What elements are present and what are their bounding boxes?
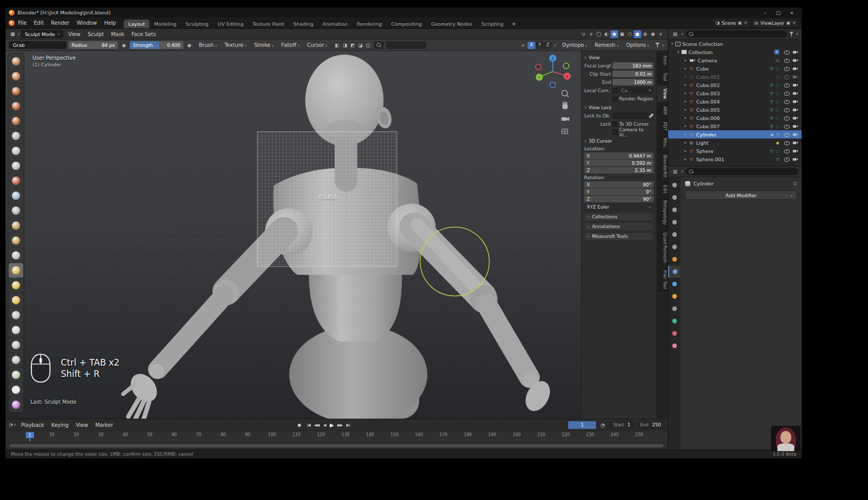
panel-collections[interactable]: ›Collections: [584, 213, 654, 221]
npanel-tab-misc[interactable]: Misc: [657, 135, 668, 151]
disable-in-renders-toggle[interactable]: [793, 82, 799, 88]
local-camera-checkbox[interactable]: [612, 88, 618, 93]
disable-in-renders-toggle[interactable]: [793, 91, 799, 96]
maximize-button[interactable]: □: [772, 10, 785, 15]
tool-fill[interactable]: [9, 218, 23, 233]
disable-in-renders-toggle[interactable]: [793, 148, 799, 154]
menu-options[interactable]: Options: [622, 42, 653, 48]
xray-toggle[interactable]: ▣: [618, 30, 626, 38]
cursor-rotation-z-field[interactable]: Z90°: [584, 196, 654, 202]
panel-annotations[interactable]: ›Annotations: [584, 222, 654, 231]
proportional-edit-icon[interactable]: ◯: [595, 30, 603, 38]
editor-type-dropdown-icon[interactable]: ∨: [18, 32, 20, 36]
tool-tab[interactable]: [668, 179, 680, 191]
tool-thumb[interactable]: [9, 308, 23, 322]
tool-menu-stroke[interactable]: Stroke: [250, 42, 278, 48]
hide-in-viewport-toggle[interactable]: [784, 107, 790, 113]
modifier-tab[interactable]: [668, 266, 680, 278]
cursor-rotation-x-field[interactable]: X90°: [584, 181, 654, 188]
npanel-tab-hair-tool[interactable]: Hair Tool: [657, 267, 668, 292]
outliner-item-cube-004[interactable]: ▸▽Cube.004▽◌: [668, 97, 802, 106]
expand-icon[interactable]: ▸: [685, 141, 687, 145]
timeline-menu-playback[interactable]: Playback: [18, 422, 48, 428]
outliner-item-cube-003[interactable]: ▸▽Cube.003▽◌: [668, 89, 802, 97]
shading-dropdown[interactable]: ∨: [657, 30, 665, 38]
symmetry-dropdown-icon[interactable]: ∨: [554, 43, 556, 47]
outliner-item-camera[interactable]: ▸Camera▭: [668, 56, 802, 64]
view-section-header[interactable]: ∨View: [584, 53, 654, 62]
accumulate-icon[interactable]: ◨: [341, 41, 349, 49]
material-tab[interactable]: [668, 327, 680, 339]
tool-smooth[interactable]: [9, 188, 23, 203]
tool-menu-falloff[interactable]: Falloff: [278, 42, 303, 48]
expand-icon[interactable]: ▸: [685, 157, 687, 161]
outliner-item-cube[interactable]: ▸▽Cube▽◌: [668, 64, 802, 73]
tool-slide-relax[interactable]: [9, 368, 23, 382]
3d-cursor-section-header[interactable]: ∨3D Cursor: [584, 136, 654, 145]
tool-clay-thumb[interactable]: [9, 114, 23, 128]
hide-in-viewport-toggle[interactable]: [784, 148, 790, 154]
playhead[interactable]: 1: [26, 432, 34, 438]
symmetry-x-toggle[interactable]: X: [527, 42, 535, 49]
disable-in-renders-toggle[interactable]: [793, 124, 799, 129]
disable-in-renders-toggle[interactable]: [793, 140, 799, 146]
tool-menu-brush[interactable]: Brush: [195, 42, 221, 48]
radius-pressure-toggle[interactable]: ◉: [120, 41, 128, 49]
output-tab[interactable]: [668, 204, 680, 216]
expand-icon[interactable]: ▸: [685, 124, 687, 128]
transport-play-reverse-button[interactable]: ◀: [321, 423, 328, 427]
workspace-tab-modeling[interactable]: Modeling: [149, 20, 181, 28]
disable-in-renders-toggle[interactable]: [793, 157, 799, 162]
hide-in-viewport-toggle[interactable]: [784, 58, 790, 63]
tool-draw[interactable]: [9, 54, 23, 68]
frame-start-field[interactable]: Start1: [609, 421, 634, 429]
workspace-tab-compositing[interactable]: Compositing: [386, 20, 427, 28]
tool-elastic-deform[interactable]: [9, 278, 23, 292]
clear-icon[interactable]: ×: [648, 88, 652, 93]
hide-in-viewport-toggle[interactable]: [784, 82, 790, 88]
workspace-tab-rendering[interactable]: Rendering: [352, 20, 387, 28]
viewlayer-selector[interactable]: ▤ ViewLayer ▣ ×: [752, 19, 798, 27]
outliner-filter-icon[interactable]: [789, 32, 794, 37]
expand-icon[interactable]: ▸: [685, 149, 687, 153]
filter-dropdown-icon[interactable]: ∨: [662, 43, 665, 47]
workspace-tab-scripting[interactable]: Scripting: [477, 20, 508, 28]
workspace-tab-animation[interactable]: Animation: [318, 20, 352, 28]
viewport-menu-face-sets[interactable]: Face Sets: [128, 31, 159, 37]
workspace-tab-geometry-nodes[interactable]: Geometry Nodes: [427, 20, 477, 28]
tool-grab[interactable]: [9, 263, 23, 278]
tool-scrape[interactable]: [9, 233, 23, 248]
outliner-item-cube-007[interactable]: ▸▽Cube.007▽◌: [668, 122, 802, 130]
current-frame-field[interactable]: 1: [568, 421, 596, 429]
local-camera-field[interactable]: Ca... ×: [619, 87, 654, 94]
expand-icon[interactable]: ▸: [685, 108, 687, 112]
timeline-editor-dropdown-icon[interactable]: ∨: [14, 423, 16, 427]
physics-tab[interactable]: [668, 290, 680, 302]
pin-icon[interactable]: [793, 182, 797, 185]
disable-in-renders-toggle[interactable]: [793, 74, 799, 80]
brush-blend-icon[interactable]: ◧: [333, 41, 341, 49]
pan-hand-icon[interactable]: [563, 101, 568, 109]
workspace-tab-uv-editing[interactable]: UV Editing: [213, 20, 248, 28]
render-region-checkbox[interactable]: [612, 96, 618, 101]
viewport-menu-mask[interactable]: Mask: [107, 31, 128, 37]
camera-to-view-checkbox[interactable]: [612, 130, 618, 135]
npanel-tab-item[interactable]: Item: [657, 53, 668, 68]
hide-in-viewport-toggle[interactable]: [784, 140, 790, 146]
hide-in-viewport-toggle[interactable]: [784, 74, 790, 80]
outliner-item-sphere-001[interactable]: ▸▽Sphere.001▽: [668, 155, 802, 163]
hide-in-viewport-toggle[interactable]: [784, 157, 790, 162]
eyedropper-icon[interactable]: [649, 113, 654, 118]
outliner-item-light[interactable]: ▸◎Light◉: [668, 139, 802, 147]
disable-in-renders-toggle[interactable]: [793, 49, 799, 55]
expand-icon[interactable]: ▸: [685, 91, 687, 95]
mode-selector[interactable]: Sculpt Mode: [21, 30, 63, 38]
view-lock-section-header[interactable]: ∨View Lock: [584, 103, 654, 112]
tool-flatten[interactable]: [9, 203, 23, 218]
disable-in-renders-toggle[interactable]: [793, 58, 799, 63]
npanel-tab-view[interactable]: View: [657, 85, 668, 102]
grab-silhouette-icon[interactable]: ◫: [364, 41, 372, 49]
tool-pinch[interactable]: [9, 248, 23, 263]
tool-blob[interactable]: [9, 159, 23, 173]
workspace-tab-sculpting[interactable]: Sculpting: [181, 20, 213, 28]
